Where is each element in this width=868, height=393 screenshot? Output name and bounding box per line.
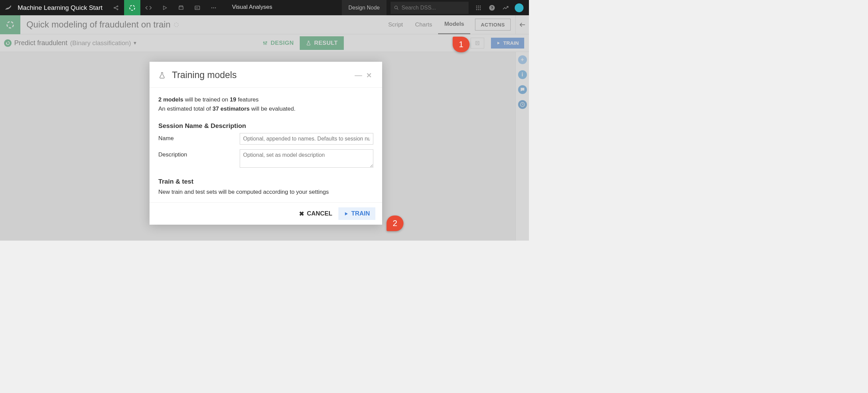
svg-point-6 bbox=[213, 7, 214, 8]
svg-point-12 bbox=[476, 7, 477, 8]
session-name-input[interactable] bbox=[240, 133, 373, 145]
close-icon[interactable]: ✕ bbox=[365, 71, 373, 79]
svg-point-9 bbox=[476, 5, 477, 6]
modal-train-button[interactable]: TRAIN bbox=[338, 207, 375, 220]
svg-point-2 bbox=[117, 9, 118, 10]
svg-point-1 bbox=[117, 6, 118, 7]
search-input[interactable] bbox=[401, 5, 465, 11]
svg-text:?: ? bbox=[491, 5, 493, 10]
minimize-icon[interactable]: — bbox=[352, 71, 365, 80]
svg-point-8 bbox=[395, 6, 397, 8]
project-name[interactable]: Machine Learning Quick Start bbox=[16, 4, 108, 12]
svg-point-13 bbox=[478, 7, 479, 8]
svg-point-15 bbox=[476, 9, 477, 10]
x-icon: ✖ bbox=[299, 210, 304, 218]
cancel-button[interactable]: ✖ CANCEL bbox=[299, 210, 332, 218]
svg-point-17 bbox=[480, 9, 481, 10]
train-test-note: New train and test sets will be computed… bbox=[158, 189, 373, 195]
dashboard-icon[interactable] bbox=[189, 0, 205, 15]
design-node-badge[interactable]: Design Node bbox=[342, 0, 387, 15]
play-icon[interactable] bbox=[157, 0, 173, 15]
svg-point-5 bbox=[212, 7, 213, 8]
description-label: Description bbox=[158, 149, 240, 158]
dataiku-logo-icon[interactable] bbox=[0, 4, 16, 12]
svg-point-7 bbox=[215, 7, 216, 8]
summary-line-1: 2 models will be trained on 19 features bbox=[158, 95, 373, 104]
svg-point-3 bbox=[130, 5, 135, 10]
section-session-heading: Session Name & Description bbox=[158, 122, 373, 130]
annotation-2: 2 bbox=[387, 216, 403, 231]
help-icon[interactable]: ? bbox=[486, 2, 498, 14]
user-avatar[interactable] bbox=[513, 2, 525, 14]
training-modal: Training models — ✕ 2 models will be tra… bbox=[150, 62, 382, 225]
modal-train-label: TRAIN bbox=[351, 210, 370, 217]
flask-icon bbox=[158, 72, 166, 79]
flow-icon[interactable] bbox=[124, 0, 140, 15]
svg-point-16 bbox=[478, 9, 479, 10]
play-icon bbox=[344, 211, 349, 216]
summary-line-2: An estimated total of 37 estimators will… bbox=[158, 104, 373, 113]
annotation-1: 1 bbox=[453, 37, 470, 52]
layers-icon[interactable] bbox=[173, 0, 189, 15]
breadcrumb-visual-analyses[interactable]: Visual Analyses bbox=[232, 4, 272, 12]
cancel-label: CANCEL bbox=[307, 210, 332, 217]
svg-point-14 bbox=[480, 7, 481, 8]
search-icon bbox=[394, 5, 399, 11]
svg-point-10 bbox=[478, 5, 479, 6]
code-icon[interactable] bbox=[140, 0, 157, 15]
svg-point-0 bbox=[114, 7, 115, 8]
svg-point-11 bbox=[480, 5, 481, 6]
activity-icon[interactable] bbox=[500, 2, 511, 14]
modal-title: Training models bbox=[172, 70, 352, 80]
more-icon[interactable] bbox=[205, 0, 222, 15]
session-description-input[interactable] bbox=[240, 149, 373, 168]
apps-grid-icon[interactable] bbox=[473, 2, 484, 14]
share-icon[interactable] bbox=[108, 0, 124, 15]
name-label: Name bbox=[158, 133, 240, 142]
global-search[interactable] bbox=[391, 2, 469, 14]
top-bar: Machine Learning Quick Start Visu bbox=[0, 0, 529, 15]
section-train-test-heading: Train & test bbox=[158, 178, 373, 185]
